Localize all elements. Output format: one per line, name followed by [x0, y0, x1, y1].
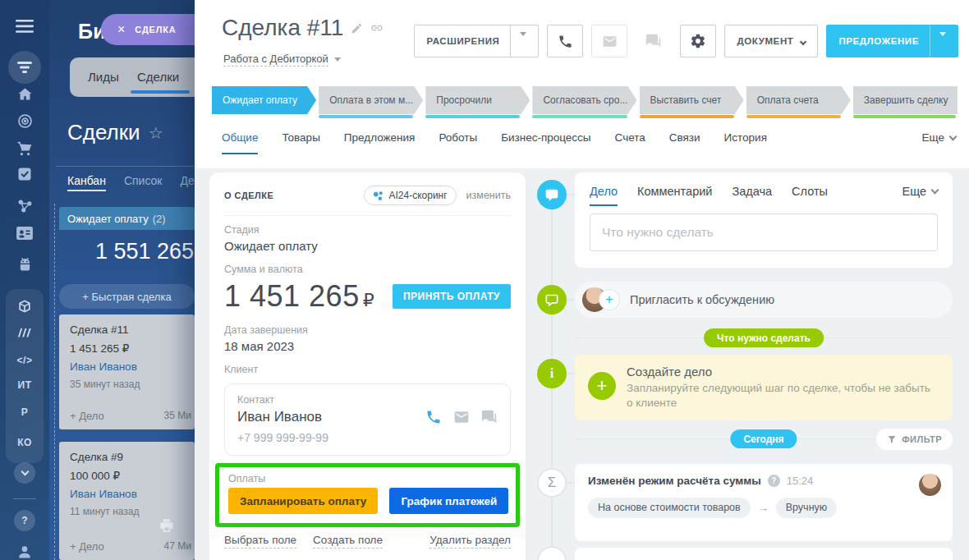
deal-tab-products[interactable]: Товары	[282, 131, 319, 153]
deal-tab-history[interactable]: История	[724, 131, 767, 153]
timeline-tab-comment[interactable]: Комментарий	[637, 185, 712, 204]
select-field-link[interactable]: Выбрать поле	[224, 534, 296, 549]
chevron-down-icon	[949, 132, 958, 140]
help-question-icon[interactable]: ?	[768, 475, 780, 487]
funnel-selector[interactable]: Работа с Дебиторкой	[223, 53, 341, 67]
phone-icon[interactable]	[425, 409, 442, 425]
copy-link-icon[interactable]	[370, 21, 383, 34]
deal-tab-general[interactable]: Общие	[222, 131, 258, 154]
tasks-icon[interactable]	[0, 166, 49, 182]
timeline-tab-activity[interactable]: Дело	[590, 185, 618, 206]
metrics-stripes-icon[interactable]	[0, 326, 49, 341]
card-client-link[interactable]: Иван Иванов	[70, 488, 184, 500]
favorite-star-icon[interactable]: ☆	[149, 123, 163, 143]
todo-banner-pill[interactable]: Что нужно сделать	[704, 328, 824, 347]
field-label: Стадия	[224, 224, 511, 236]
kanban-card[interactable]: Сделка #9 100 000 ₽ Иван Иванов 11 минут…	[59, 442, 195, 560]
deal-tab-quotes[interactable]: Предложения	[344, 131, 416, 153]
kanban-card[interactable]: Сделка #11 1 451 265 ₽ Иван Иванов 35 ми…	[59, 314, 195, 429]
stage-item[interactable]: Завершить сделку	[853, 86, 958, 119]
contact-name[interactable]: Иван Иванов	[237, 409, 322, 425]
person-icon[interactable]	[0, 544, 49, 560]
deal-tab-more[interactable]: Еще	[922, 131, 956, 153]
chevron-down-icon[interactable]	[0, 462, 49, 484]
view-tab-list[interactable]: Список	[124, 174, 163, 191]
email-button[interactable]	[591, 25, 627, 57]
close-icon[interactable]: ×	[117, 23, 125, 36]
card-client-link[interactable]: Иван Иванов	[70, 360, 184, 373]
stage-item[interactable]: Согласовать сро...	[532, 86, 636, 119]
cube-icon[interactable]	[0, 298, 49, 314]
pulse-logo-icon[interactable]	[0, 51, 49, 84]
edit-pencil-icon[interactable]	[351, 22, 363, 34]
delete-section-link[interactable]: Удалить раздел	[429, 534, 511, 549]
ai-scoring-badge[interactable]: AI24-скоринг	[364, 186, 456, 205]
printer-icon[interactable]	[158, 518, 175, 534]
sidebar-shortcut-it[interactable]: ИТ	[0, 379, 49, 391]
close-date-value[interactable]: 18 мая 2023	[224, 339, 511, 353]
add-plus-icon[interactable]: +	[588, 372, 616, 400]
code-icon[interactable]: </>	[0, 355, 49, 366]
timeline-tab-more[interactable]: Еще	[902, 185, 938, 204]
stage-item[interactable]: Просрочили	[425, 86, 530, 119]
stage-item[interactable]: Оплата в этом м...	[319, 86, 423, 119]
deal-tab-bizproc[interactable]: Бизнес-процессы	[501, 131, 590, 153]
accept-payment-button[interactable]: ПРИНЯТЬ ОПЛАТУ	[393, 284, 511, 309]
deal-tab-invoices[interactable]: Счета	[615, 131, 645, 153]
stage-item[interactable]: Выставить счет	[640, 86, 744, 119]
todo-chat-icon	[537, 180, 567, 209]
deal-tab-links[interactable]: Связи	[669, 131, 700, 153]
stage-value[interactable]: Ожидает оплату	[224, 239, 511, 253]
nav-tab-deals[interactable]: Сделки	[137, 70, 179, 84]
help-icon[interactable]: ?	[0, 510, 49, 531]
kanban-column-header[interactable]: Ожидает оплату (2)	[59, 207, 195, 230]
call-button[interactable]	[547, 25, 583, 57]
sidebar-shortcut-r[interactable]: Р	[0, 406, 49, 418]
sidebar-shortcut-ko[interactable]: КО	[0, 437, 49, 448]
target-icon[interactable]	[0, 112, 49, 130]
quick-deal-button[interactable]: + Быстрая сделка	[59, 284, 195, 309]
deal-amount[interactable]: 1 451 265₽	[224, 279, 374, 314]
todo-input[interactable]	[590, 213, 938, 251]
deal-tab-robots[interactable]: Роботы	[439, 131, 477, 153]
payment-schedule-button[interactable]: График платежей	[389, 488, 508, 514]
card-add-todo[interactable]: + Дело	[70, 540, 104, 553]
timeline-tab-task[interactable]: Задача	[732, 185, 772, 204]
stage-item[interactable]: Оплата счета	[746, 86, 851, 119]
client-card[interactable]: Контакт Иван Иванов +7 999 999-99-99	[224, 383, 511, 456]
edit-link[interactable]: изменить	[466, 190, 511, 201]
document-button[interactable]: ДОКУМЕНТ	[724, 25, 818, 57]
card-title[interactable]: Сделка #9	[70, 451, 184, 463]
section-title: О СДЕЛКЕ	[224, 190, 273, 200]
cart-icon[interactable]	[0, 140, 49, 157]
divider	[224, 215, 511, 216]
filter-button[interactable]: ФИЛЬТР	[876, 429, 953, 450]
home-icon[interactable]	[0, 85, 49, 103]
timeline-event-card-partial[interactable]	[575, 548, 953, 560]
contact-phone[interactable]: +7 999 999-99-99	[237, 431, 498, 444]
timeline-tab-slots[interactable]: Слоты	[792, 185, 828, 204]
timeline-event-card[interactable]: Изменён режим расчёта суммы ? 15:24 На о…	[575, 464, 953, 541]
contact-card-icon[interactable]	[0, 226, 49, 241]
email-icon[interactable]	[453, 409, 470, 425]
hamburger-menu-icon[interactable]	[0, 20, 49, 33]
invite-discussion-bar[interactable]: + Пригласить к обсуждению	[575, 282, 953, 318]
settings-gear-button[interactable]	[680, 25, 716, 57]
nav-tab-leads[interactable]: Лиды	[88, 70, 119, 84]
network-share-icon[interactable]	[0, 197, 49, 214]
slider-tab[interactable]: × СДЕЛКА	[101, 14, 195, 45]
chat-icon[interactable]	[481, 409, 498, 425]
robot-icon[interactable]	[0, 256, 49, 273]
add-user-plus-icon[interactable]: +	[599, 289, 620, 310]
proposal-button[interactable]: ПРЕДЛОЖЕНИЕ	[826, 25, 958, 57]
schedule-payment-button[interactable]: Запланировать оплату	[228, 488, 378, 514]
view-tab-kanban[interactable]: Канбан	[67, 174, 106, 191]
card-add-todo[interactable]: + Дело	[70, 410, 104, 422]
view-tab-truncated[interactable]: Де	[180, 174, 194, 191]
create-field-link[interactable]: Создать поле	[313, 534, 383, 549]
chat-button[interactable]	[636, 25, 672, 57]
stage-item[interactable]: Ожидает оплату	[212, 86, 316, 119]
extensions-button[interactable]: РАСШИРЕНИЯ	[414, 25, 539, 57]
card-title[interactable]: Сделка #11	[70, 324, 184, 336]
hint-title[interactable]: Создайте дело	[627, 365, 939, 379]
